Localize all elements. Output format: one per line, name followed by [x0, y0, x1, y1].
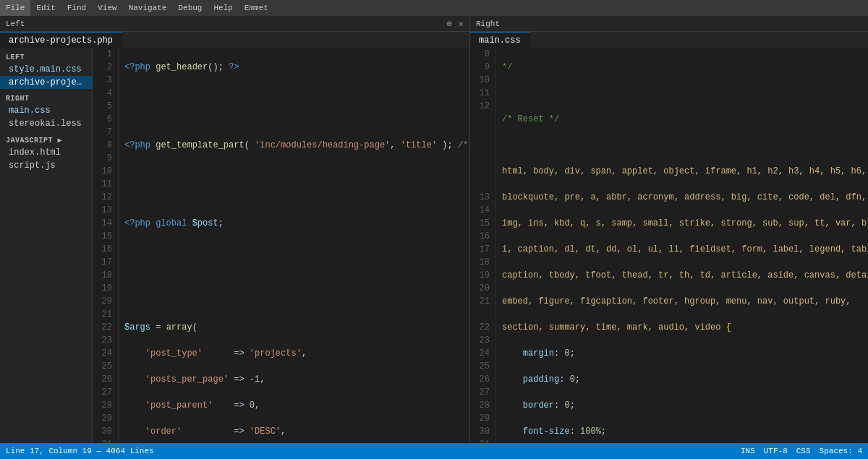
right-code-pane: 8 9 10 11 12 13 14 15 16 17 18 19 20 [470, 48, 868, 443]
sidebar-item-stereokai-less[interactable]: stereokai.less [0, 117, 92, 130]
left-panel-icons: ⊕ ✕ [447, 18, 464, 30]
right-line-numbers: 8 9 10 11 12 13 14 15 16 17 18 19 20 [470, 48, 496, 443]
left-content: Left style.main.css archive-projects.php… [0, 48, 469, 443]
status-right: INS UTF-8 CSS Spaces: 4 [741, 447, 862, 455]
right-tabbar: main.css [470, 32, 868, 48]
menu-edit[interactable]: Edit [30, 0, 61, 16]
menu-navigate[interactable]: Navigate [123, 0, 173, 16]
main-layout: Left ⊕ ✕ archive-projects.php Left style… [0, 16, 868, 443]
sidebar-item-index-html[interactable]: index.html [0, 146, 92, 159]
right-code-content: */ /* Reset */ html, body, div, span, ap… [496, 48, 868, 443]
status-spaces: Spaces: 4 [820, 447, 862, 455]
right-panel-header: Right ⊕ ✕ [470, 16, 868, 32]
right-panel: Right ⊕ ✕ main.css 8 9 10 11 12 13 [470, 16, 868, 443]
left-panel-title: Left [6, 20, 25, 28]
left-code-pane: 1 2 3 4 5 6 7 8 9 10 11 12 13 14 15 16 1 [93, 48, 469, 443]
tab-main-css[interactable]: main.css [470, 32, 530, 48]
menu-find[interactable]: Find [61, 0, 92, 16]
status-position: Line 17, Column 19 — 4064 Lines [6, 447, 154, 455]
sidebar-item-script-js[interactable]: script.js [0, 159, 92, 172]
menu-debug[interactable]: Debug [172, 0, 208, 16]
status-syntax: CSS [796, 447, 811, 455]
left-code-content: <?php get_header(); ?> <?php get_templat… [119, 48, 469, 443]
menu-file[interactable]: File [0, 0, 30, 16]
status-encoding: UTF-8 [764, 447, 788, 455]
status-ins: INS [741, 447, 755, 455]
menu-help[interactable]: Help [208, 0, 238, 16]
sidebar-left-label: Left [0, 51, 92, 63]
menu-view[interactable]: View [92, 0, 122, 16]
sidebar-group-javascript: javascript ▶ [0, 133, 92, 146]
left-panel-header: Left ⊕ ✕ [0, 16, 469, 32]
tab-archive-projects[interactable]: archive-projects.php [0, 32, 122, 48]
sidebar-item-main-css[interactable]: main.css [0, 104, 92, 117]
menu-emmet[interactable]: Emmet [239, 0, 274, 16]
sidebar-item-style-main[interactable]: style.main.css [0, 63, 92, 76]
statusbar: Line 17, Column 19 — 4064 Lines INS UTF-… [0, 443, 868, 459]
left-tabbar: archive-projects.php [0, 32, 469, 48]
sidebar-item-archive-projects[interactable]: archive-projects.php [0, 76, 92, 89]
sidebar-right-label: Right [0, 92, 92, 104]
left-panel: Left ⊕ ✕ archive-projects.php Left style… [0, 16, 470, 443]
menubar: File Edit Find View Navigate Debug Help … [0, 0, 868, 16]
left-line-numbers: 1 2 3 4 5 6 7 8 9 10 11 12 13 14 15 16 1 [93, 48, 119, 443]
sidebar: Left style.main.css archive-projects.php… [0, 48, 93, 443]
right-panel-title: Right [476, 20, 500, 28]
